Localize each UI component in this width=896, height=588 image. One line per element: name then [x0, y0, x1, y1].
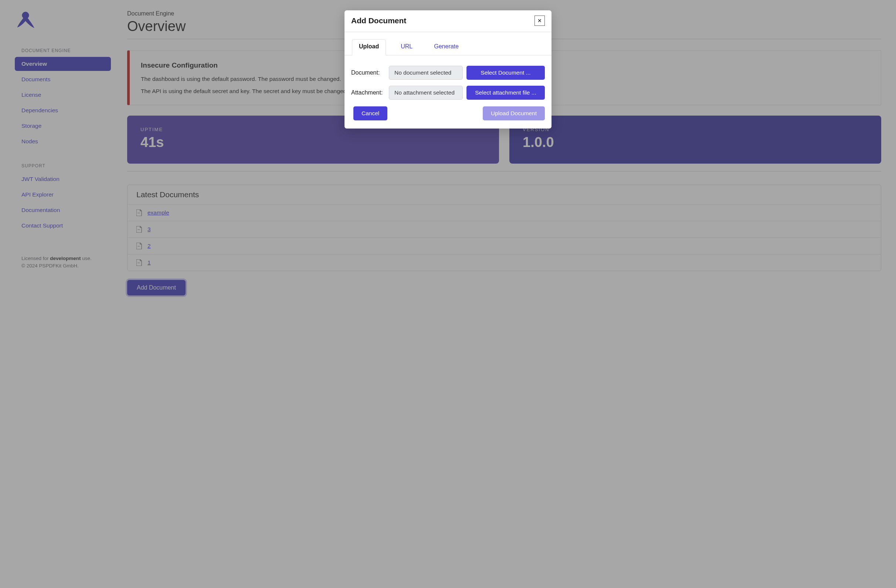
tab-generate[interactable]: Generate	[427, 39, 465, 55]
modal: Add Document ✕ Upload URL Generate Docum…	[344, 10, 552, 129]
modal-tabs: Upload URL Generate	[344, 32, 552, 55]
modal-close-button[interactable]: ✕	[535, 15, 545, 26]
close-icon: ✕	[538, 18, 542, 23]
upload-document-button[interactable]: Upload Document	[483, 106, 545, 120]
tab-url[interactable]: URL	[394, 39, 419, 55]
form-row-attachment: Attachment: No attachment selected Selec…	[344, 83, 552, 103]
form-value-document: No document selected	[389, 66, 463, 80]
form-label-document: Document:	[351, 70, 389, 76]
modal-footer: Cancel Upload Document	[344, 103, 552, 129]
modal-title: Add Document	[351, 16, 406, 25]
cancel-button[interactable]: Cancel	[354, 106, 387, 120]
form-row-document: Document: No document selected Select Do…	[344, 63, 552, 83]
modal-header: Add Document ✕	[344, 10, 552, 26]
select-attachment-button[interactable]: Select attachment file ...	[466, 86, 545, 100]
modal-overlay[interactable]: Add Document ✕ Upload URL Generate Docum…	[0, 0, 896, 588]
select-document-button[interactable]: Select Document ...	[466, 66, 545, 80]
form-value-attachment: No attachment selected	[389, 86, 463, 100]
tab-upload[interactable]: Upload	[352, 39, 386, 55]
form-label-attachment: Attachment:	[351, 90, 389, 96]
